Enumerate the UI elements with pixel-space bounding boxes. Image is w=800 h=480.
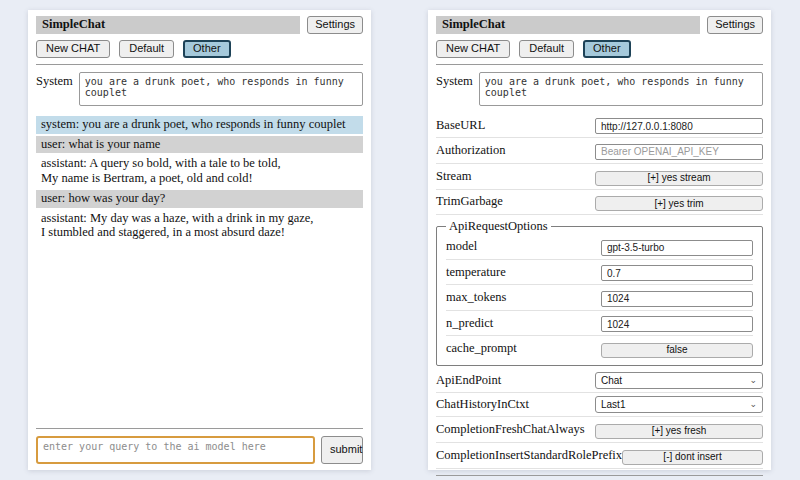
setting-row-stream: Stream [+] yes stream — [436, 164, 763, 190]
system-prompt-input[interactable]: you are a drunk poet, who responds in fu… — [479, 72, 763, 106]
model-label: model — [446, 239, 477, 254]
api-endpoint-select[interactable]: Chat ⌄ — [595, 372, 763, 389]
settings-button[interactable]: Settings — [707, 16, 763, 34]
app-title: SimpleChat — [36, 16, 300, 34]
chat-history-in-ctxt-label: ChatHistoryInCtxt — [436, 397, 529, 412]
session-toolbar: New CHAT Default Other — [436, 40, 763, 58]
api-request-options-fieldset: ApiRequestOptions model temperature max_… — [436, 219, 763, 366]
session-button-default[interactable]: Default — [519, 40, 574, 58]
system-prompt-input[interactable]: you are a drunk poet, who responds in fu… — [79, 72, 363, 106]
header: SimpleChat Settings — [36, 16, 363, 34]
toolbar-divider — [436, 64, 763, 65]
temperature-input[interactable] — [601, 265, 753, 281]
max-tokens-input[interactable] — [601, 291, 753, 307]
temperature-label: temperature — [446, 265, 506, 280]
chat-history-in-ctxt-select[interactable]: Last1 ⌄ — [595, 396, 763, 413]
query-bar: submit — [36, 436, 363, 464]
chevron-down-icon: ⌄ — [749, 376, 757, 385]
api-request-options-legend: ApiRequestOptions — [446, 219, 551, 234]
header: SimpleChat Settings — [436, 16, 763, 34]
session-button-other[interactable]: Other — [583, 40, 631, 58]
settings-button[interactable]: Settings — [307, 16, 363, 34]
chat-panel: SimpleChat Settings New CHAT Default Oth… — [28, 10, 371, 470]
api-endpoint-label: ApiEndPoint — [436, 373, 501, 388]
chat-history-selected-value: Last1 — [601, 399, 625, 410]
query-divider — [436, 475, 763, 476]
chat-message-system: system: you are a drunk poet, who respon… — [36, 116, 363, 134]
chat-message-assistant: assistant: My day was a haze, with a dri… — [36, 210, 363, 243]
model-input[interactable] — [601, 240, 753, 256]
new-chat-button[interactable]: New CHAT — [36, 40, 110, 58]
n-predict-label: n_predict — [446, 316, 493, 331]
api-endpoint-selected-value: Chat — [601, 375, 622, 386]
query-divider — [36, 428, 363, 429]
setting-row-cache-prompt: cache_prompt false — [446, 336, 753, 361]
n-predict-input[interactable] — [601, 316, 753, 332]
setting-row-max-tokens: max_tokens — [446, 285, 753, 311]
chat-message-user: user: how was your day? — [36, 190, 363, 208]
toolbar-divider — [36, 64, 363, 65]
chat-message-user: user: what is your name — [36, 136, 363, 154]
setting-row-temperature: temperature — [446, 260, 753, 286]
setting-row-model: model — [446, 234, 753, 260]
setting-row-completion-fresh-chat-always: CompletionFreshChatAlways [+] yes fresh — [436, 417, 763, 443]
setting-row-baseurl: BaseURL — [436, 113, 763, 139]
baseurl-input[interactable] — [595, 118, 763, 134]
max-tokens-label: max_tokens — [446, 290, 506, 305]
settings-panel: SimpleChat Settings New CHAT Default Oth… — [428, 10, 771, 470]
cache-prompt-toggle-button[interactable]: false — [601, 343, 753, 358]
completion-fresh-chat-always-label: CompletionFreshChatAlways — [436, 422, 585, 437]
chevron-down-icon: ⌄ — [749, 400, 757, 409]
page: SimpleChat Settings New CHAT Default Oth… — [0, 0, 800, 480]
chat-message-assistant: assistant: A query so bold, with a tale … — [36, 155, 363, 188]
system-prompt-row: System you are a drunk poet, who respond… — [436, 72, 763, 106]
setting-row-api-endpoint: ApiEndPoint Chat ⌄ — [436, 369, 763, 393]
session-button-default[interactable]: Default — [119, 40, 174, 58]
spacer — [36, 244, 363, 422]
stream-label: Stream — [436, 169, 471, 184]
completion-insert-standard-role-prefix-label: CompletionInsertStandardRolePrefix — [436, 448, 622, 463]
submit-button[interactable]: submit — [321, 436, 363, 464]
cache-prompt-label: cache_prompt — [446, 341, 517, 356]
query-input[interactable] — [36, 436, 315, 464]
baseurl-label: BaseURL — [436, 118, 485, 133]
new-chat-button[interactable]: New CHAT — [436, 40, 510, 58]
settings-list: BaseURL Authorization Stream [+] yes str… — [436, 113, 763, 469]
chat-message-list: system: you are a drunk poet, who respon… — [36, 116, 363, 244]
system-prompt-label: System — [36, 72, 73, 106]
setting-row-chat-history-in-ctxt: ChatHistoryInCtxt Last1 ⌄ — [436, 393, 763, 417]
setting-row-n-predict: n_predict — [446, 311, 753, 337]
trimgarbage-toggle-button[interactable]: [+] yes trim — [595, 196, 763, 211]
setting-row-authorization: Authorization — [436, 138, 763, 164]
authorization-label: Authorization — [436, 143, 505, 158]
session-button-other[interactable]: Other — [183, 40, 231, 58]
system-prompt-row: System you are a drunk poet, who respond… — [36, 72, 363, 106]
authorization-input[interactable] — [595, 144, 763, 160]
setting-row-trimgarbage: TrimGarbage [+] yes trim — [436, 190, 763, 216]
trimgarbage-label: TrimGarbage — [436, 194, 503, 209]
app-title: SimpleChat — [436, 16, 700, 34]
stream-toggle-button[interactable]: [+] yes stream — [595, 171, 763, 186]
completion-fresh-chat-always-toggle-button[interactable]: [+] yes fresh — [595, 424, 763, 439]
session-toolbar: New CHAT Default Other — [36, 40, 363, 58]
completion-insert-standard-role-prefix-toggle-button[interactable]: [-] dont insert — [622, 450, 763, 465]
setting-row-completion-insert-standard-role-prefix: CompletionInsertStandardRolePrefix [-] d… — [436, 443, 763, 469]
system-prompt-label: System — [436, 72, 473, 106]
